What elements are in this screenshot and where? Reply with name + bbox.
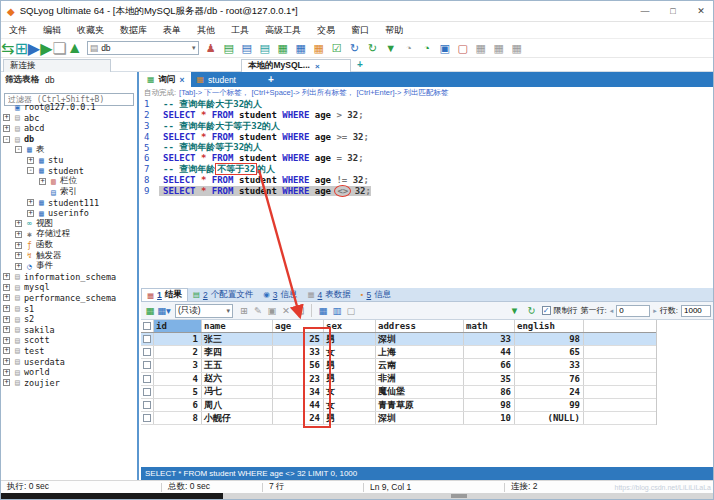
results-toolbar-icon[interactable]: ▦▾ [157, 304, 171, 318]
toolbar-icon[interactable]: ❏ [52, 39, 66, 58]
tree-item[interactable]: + ▤ scott [1, 335, 137, 346]
table-row[interactable]: 3 王五 56 男 云南 66 33 [141, 359, 656, 372]
menu-item[interactable]: 窗口 [343, 24, 377, 37]
horizontal-scrollbar[interactable] [1, 493, 714, 499]
column-header-sex[interactable]: sex [324, 320, 376, 332]
toolbar-icon[interactable]: ▦ [491, 41, 507, 56]
maximize-button[interactable]: □ [659, 1, 687, 21]
menu-item[interactable]: 其他 [189, 24, 223, 37]
toolbar-icon[interactable]: ▣ [437, 41, 453, 56]
tree-expander-icon[interactable]: + [15, 263, 22, 270]
tree-item[interactable]: + ∞ 视图 [1, 219, 137, 230]
row-checkbox[interactable] [143, 335, 151, 343]
view-toggle-icon[interactable]: ▢ [344, 304, 358, 318]
results-tab[interactable]: ▤ 2 个配置文件 [188, 288, 258, 301]
row-checkbox[interactable] [143, 401, 151, 409]
tree-expander-icon[interactable]: - [27, 167, 34, 174]
scrollbar-thumb[interactable] [1, 493, 223, 499]
toolbar-icon[interactable]: ▤ [239, 41, 255, 56]
tree-item[interactable]: - ▦ 表 [1, 144, 137, 155]
tree-expander-icon[interactable]: + [27, 157, 34, 164]
toolbar-icon[interactable]: ▦ [509, 41, 525, 56]
tree-expander-icon[interactable]: + [39, 178, 46, 185]
menu-item[interactable]: 工具 [223, 24, 257, 37]
toolbar-icon[interactable]: ▼ [383, 41, 399, 56]
tree-item[interactable]: + ▤ userdata [1, 356, 137, 367]
menu-item[interactable]: 收藏夹 [69, 24, 112, 37]
edit-mode-selector[interactable]: (只读) ▾ [175, 304, 233, 318]
menu-item[interactable]: 编辑 [35, 24, 69, 37]
close-tab-icon[interactable]: × [315, 62, 320, 71]
tab-query[interactable]: ▦ 询问 × [141, 72, 191, 87]
column-header-name[interactable]: name [202, 320, 273, 332]
menu-item[interactable]: 文件 [1, 24, 35, 37]
toolbar-icon[interactable]: ⇆ [1, 39, 14, 58]
row-checkbox[interactable] [143, 348, 151, 356]
tree-expander-icon[interactable]: + [27, 199, 34, 206]
tree-item[interactable]: + ▤ s2 [1, 314, 137, 325]
refresh-icon[interactable]: ↻ [525, 304, 539, 318]
toolbar-icon[interactable]: ▦ [293, 41, 309, 56]
tree-item[interactable]: + ↯ 触发器 [1, 250, 137, 261]
column-header-age[interactable]: age [273, 320, 324, 332]
tree-item[interactable]: + ▤ abc [1, 113, 137, 124]
toolbar-icon[interactable]: ▲ [67, 39, 83, 57]
toolbar-icon[interactable]: ▤ [221, 41, 237, 56]
toolbar-icon[interactable]: ↻ [347, 41, 363, 56]
row-count-input[interactable] [681, 305, 711, 317]
results-tab[interactable]: ◉ 3 信息 [258, 288, 302, 301]
table-row[interactable]: 6 周八 44 女 青青草原 98 99 [141, 399, 656, 412]
toolbar-icon[interactable]: ▦ [275, 41, 291, 56]
tree-expander-icon[interactable]: + [3, 294, 10, 301]
add-connection-button[interactable]: + [357, 59, 363, 70]
tree-expander-icon[interactable]: + [3, 125, 10, 132]
results-toolbar-icon[interactable]: ❏ [293, 304, 307, 318]
view-toggle-icon[interactable]: ▥ [330, 304, 344, 318]
first-row-input[interactable] [616, 305, 650, 317]
add-query-tab-button[interactable]: + [268, 74, 274, 85]
tree-expander-icon[interactable]: - [3, 136, 10, 143]
tree-item[interactable]: + ▦ userinfo [1, 208, 137, 219]
tree-item[interactable]: + ▤ s1 [1, 303, 137, 314]
results-toolbar-icon[interactable]: ✎ [251, 304, 265, 318]
tree-item[interactable]: - ▤ db [1, 134, 137, 145]
tree-item[interactable]: - ▦ student [1, 166, 137, 177]
minimize-button[interactable]: — [631, 1, 659, 21]
select-all-checkbox[interactable] [143, 322, 151, 330]
results-tab[interactable]: ▪ 5 信息 [356, 288, 396, 301]
tree-item[interactable]: + ▤ world [1, 367, 137, 378]
toolbar-icon[interactable]: ◔ [401, 41, 417, 56]
database-selector[interactable]: ▤ db ▾ [87, 41, 199, 55]
tree-expander-icon[interactable]: + [3, 114, 10, 121]
toolbar-icon[interactable]: ▦ [311, 41, 327, 56]
tree-expander-icon[interactable]: + [3, 337, 10, 344]
toolbar-icon[interactable]: ↻ [365, 41, 381, 56]
toolbar-icon[interactable]: ♟ [203, 41, 219, 56]
row-checkbox[interactable] [143, 414, 151, 422]
tree-item[interactable]: + ▦ student111 [1, 197, 137, 208]
tree-item[interactable]: + ▤ performance_schema [1, 293, 137, 304]
toolbar-icon[interactable]: ⊞ [14, 39, 27, 58]
toolbar-icon[interactable]: ▶ [40, 39, 52, 58]
tree-expander-icon[interactable]: + [3, 326, 10, 333]
toolbar-icon[interactable]: ◔ [419, 41, 435, 56]
results-tab[interactable]: ▦ 1 结果 [141, 288, 188, 301]
tree-expander-icon[interactable]: + [3, 273, 10, 280]
limit-rows-checkbox[interactable]: ✓ [542, 306, 551, 315]
row-checkbox[interactable] [143, 388, 151, 396]
tab-student[interactable]: ▦ student [191, 72, 242, 87]
table-row[interactable]: 1 张三 25 男 深圳 33 98 [141, 333, 656, 346]
table-row[interactable]: 2 李四 33 女 上海 44 65 [141, 346, 656, 359]
tree-item[interactable]: + ▤ test [1, 346, 137, 357]
results-tab[interactable]: ▦ 4 表数据 [302, 288, 355, 301]
tree-expander-icon[interactable]: + [15, 220, 22, 227]
tree-expander-icon[interactable]: + [27, 210, 34, 217]
tree-expander-icon[interactable]: - [15, 146, 22, 153]
active-connection-tab[interactable]: 本地的MySQL... × [241, 59, 351, 72]
tree-expander-icon[interactable]: + [3, 379, 10, 386]
tree-item[interactable]: + ▤ abcd [1, 123, 137, 134]
tree-expander-icon[interactable]: + [15, 231, 22, 238]
view-toggle-icon[interactable]: ▦ [316, 304, 330, 318]
tree-expander-icon[interactable]: + [15, 242, 22, 249]
tree-item[interactable]: + ▤ zoujier [1, 377, 137, 388]
